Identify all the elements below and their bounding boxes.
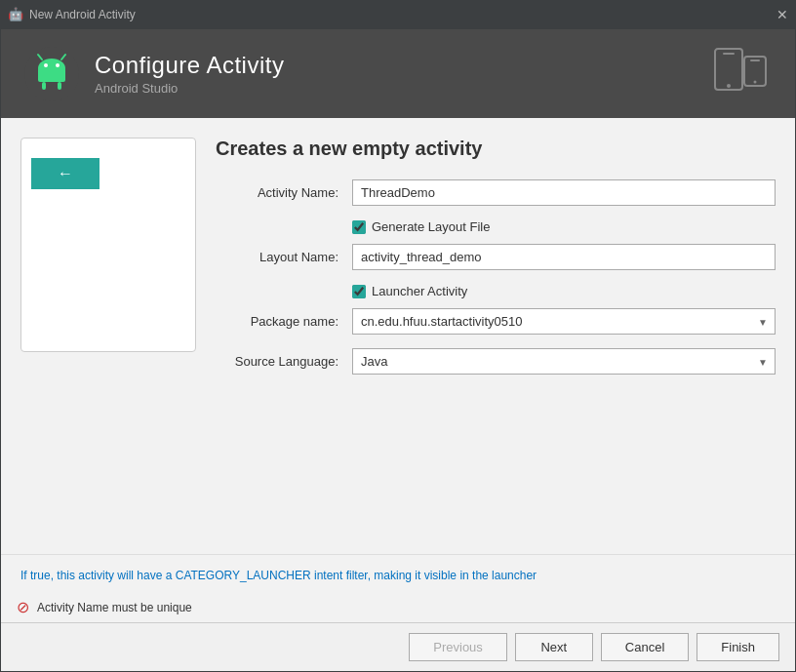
activity-name-input[interactable] <box>352 179 776 206</box>
error-bar: ⊘ Activity Name must be unique <box>1 592 795 622</box>
finish-button[interactable]: Finish <box>696 633 779 661</box>
layout-name-row: Layout Name: <box>216 244 776 270</box>
activity-name-label: Activity Name: <box>216 185 352 200</box>
form-panel: Creates a new empty activity Activity Na… <box>216 138 776 554</box>
close-button[interactable]: ✕ <box>776 8 788 21</box>
error-text: Activity Name must be unique <box>37 601 192 614</box>
svg-point-3 <box>56 63 60 67</box>
content-main: ← Creates a new empty activity Activity … <box>1 118 795 554</box>
android-icon: 🤖 <box>8 7 23 22</box>
package-name-select[interactable]: cn.edu.hfuu.startactivity0510 <box>352 308 776 335</box>
layout-name-field <box>352 244 776 270</box>
source-language-field: Java Kotlin ▼ <box>352 348 776 375</box>
package-name-field: cn.edu.hfuu.startactivity0510 ▼ <box>352 308 776 335</box>
dialog-header: Configure Activity Android Studio <box>1 29 795 118</box>
launcher-activity-row: Launcher Activity <box>352 284 776 298</box>
android-logo <box>24 47 79 101</box>
info-section: If true, this activity will have a CATEG… <box>1 554 795 592</box>
package-name-label: Package name: <box>216 314 352 329</box>
header-text: Configure Activity Android Studio <box>95 52 284 96</box>
svg-point-14 <box>754 81 757 84</box>
activity-name-field <box>352 179 776 206</box>
activity-name-row: Activity Name: <box>216 179 776 206</box>
svg-rect-13 <box>750 59 760 61</box>
next-button[interactable]: Next <box>515 633 593 661</box>
header-title: Configure Activity <box>95 52 284 79</box>
source-language-select[interactable]: Java Kotlin <box>352 348 776 375</box>
device-icon <box>713 45 772 102</box>
generate-layout-row: Generate Layout File <box>352 219 776 234</box>
form-title: Creates a new empty activity <box>216 138 776 160</box>
generate-layout-checkbox[interactable] <box>352 220 366 234</box>
dialog: Configure Activity Android Studio ← <box>1 29 795 671</box>
source-language-label: Source Language: <box>216 354 352 369</box>
svg-point-2 <box>44 63 48 67</box>
title-bar-text: New Android Activity <box>29 8 136 21</box>
launcher-activity-checkbox[interactable] <box>352 285 366 298</box>
cancel-button[interactable]: Cancel <box>601 633 689 661</box>
info-text: If true, this activity will have a CATEG… <box>20 567 776 584</box>
header-subtitle: Android Studio <box>95 81 284 96</box>
back-arrow: ← <box>31 158 100 189</box>
layout-name-label: Layout Name: <box>216 250 352 264</box>
package-name-row: Package name: cn.edu.hfuu.startactivity0… <box>216 308 776 335</box>
dialog-content: ← Creates a new empty activity Activity … <box>1 118 795 622</box>
header-left: Configure Activity Android Studio <box>24 47 284 101</box>
svg-rect-6 <box>38 68 65 82</box>
svg-point-11 <box>727 84 731 88</box>
svg-rect-9 <box>715 49 742 90</box>
title-bar: 🤖 New Android Activity ✕ <box>0 0 796 29</box>
preview-panel: ← <box>20 138 196 554</box>
error-icon: ⊘ <box>17 598 29 616</box>
generate-layout-label: Generate Layout File <box>372 219 490 234</box>
dialog-footer: Previous Next Cancel Finish <box>1 622 795 671</box>
phone-preview: ← <box>20 138 196 352</box>
layout-name-input[interactable] <box>352 244 776 270</box>
launcher-activity-label: Launcher Activity <box>372 284 467 298</box>
source-language-row: Source Language: Java Kotlin ▼ <box>216 348 776 375</box>
previous-button[interactable]: Previous <box>409 633 507 661</box>
svg-rect-8 <box>58 82 61 90</box>
svg-rect-7 <box>42 82 46 90</box>
svg-rect-10 <box>723 53 735 55</box>
